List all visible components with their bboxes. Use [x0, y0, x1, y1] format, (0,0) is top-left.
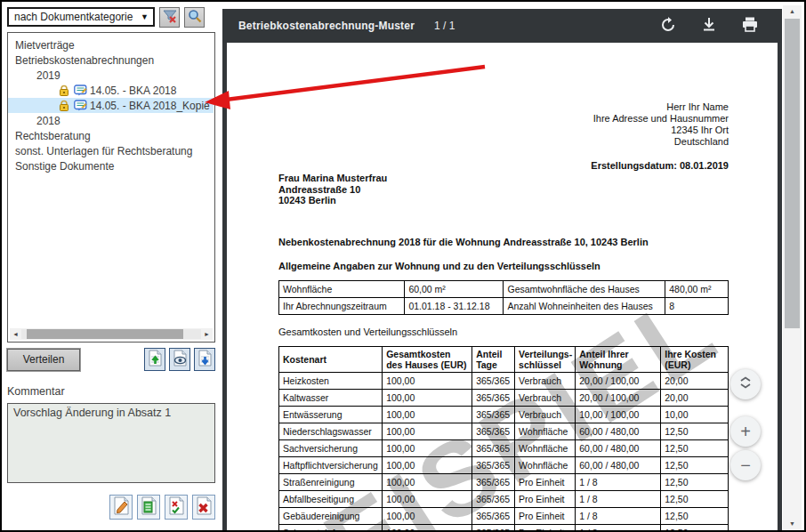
table-cell: 480,00 m² [665, 280, 729, 297]
print-button[interactable] [741, 17, 759, 35]
table-cell: 365/365 [472, 372, 515, 389]
column-header: Kostenart [279, 346, 383, 372]
scroll-right-icon[interactable]: ► [201, 331, 213, 337]
table-cell: 365/365 [472, 389, 515, 406]
table-cell: Gesamtwohnfläche des Hauses [504, 280, 665, 297]
zoom-in-button[interactable]: + [730, 416, 761, 447]
table-cell: 1 / 8 [576, 490, 661, 507]
tree-item-5[interactable]: 2018 [8, 113, 64, 128]
sender-address: Frau Marina Musterfrau Andreasstraße 10 … [278, 173, 729, 206]
tree-item-4[interactable]: 14.05. - BKA 2018_Kopie [8, 98, 214, 113]
table-row: Heizkosten100,00365/365Verbrauch20,00 / … [279, 372, 729, 389]
column-header: Verteilungs­schlüssel [515, 346, 576, 372]
verteilen-button[interactable]: Verteilen [7, 349, 80, 371]
filter-button[interactable] [159, 7, 180, 28]
section2-heading: Gesamtkosten und Verteilungsschlüsseln [278, 326, 729, 337]
page-indicator: 1 / 1 [434, 20, 455, 32]
table-cell: 100,00 [383, 473, 472, 490]
table-cell: Entwässerung [279, 406, 383, 423]
tree-item-2[interactable]: 2019 [8, 68, 64, 83]
zoom-out-button[interactable]: − [730, 450, 761, 480]
table-cell: 12,50 [661, 490, 729, 507]
approve-reject-button[interactable] [165, 495, 188, 520]
table-cell: Heizkosten [279, 372, 383, 389]
table-cell: Wohnfläche [515, 456, 576, 473]
checkin-document-button[interactable] [144, 348, 165, 371]
table-cell: 100,00 [383, 524, 472, 530]
checkout-document-button[interactable] [194, 348, 215, 371]
table-cell: 1 / 8 [576, 507, 661, 524]
edit-document-button[interactable] [109, 495, 133, 520]
fit-page-button[interactable] [730, 369, 761, 399]
delete-document-icon [196, 496, 213, 518]
table-cell: Verbrauch [515, 389, 576, 406]
category-dropdown[interactable]: nach Dokumentkategorie ▼ [7, 7, 155, 27]
tree-scrollbar-thumb[interactable] [27, 329, 183, 339]
tree-item-label: Betriebskostenabrechnungen [15, 54, 154, 67]
table-cell: 20,00 / 100,00 [576, 372, 661, 389]
table-row: Wohnfläche60,00 m²Gesamtwohnfläche des H… [279, 280, 729, 297]
tree-horizontal-scrollbar[interactable]: ◄ ► [10, 328, 213, 340]
tree-item-label: 2019 [36, 69, 60, 82]
table-cell: 100,00 [383, 406, 472, 423]
scroll-left-icon[interactable]: ◄ [10, 331, 21, 337]
table-cell: Abfallbeseitigung [279, 490, 383, 507]
tree-item-0[interactable]: Mietverträge [8, 37, 78, 52]
table-cell: 20,00 / 100,00 [576, 389, 661, 406]
table-cell: Wohnfläche [279, 280, 405, 297]
checkin-document-icon [148, 350, 163, 369]
recipient-address: Herr Ihr Name Ihre Adresse und Hausnumme… [278, 101, 729, 148]
tree-item-8[interactable]: Sonstige Dokumente [8, 158, 117, 173]
table-row: Kaltwasser100,00365/365Verbrauch20,00 / … [279, 389, 729, 406]
table-cell: 12,50 [661, 423, 729, 439]
kommentar-label: Kommentar [7, 385, 215, 398]
tree-item-6[interactable]: Rechtsberatung [8, 128, 94, 143]
tree-item-label: Rechtsberatung [15, 130, 91, 142]
print-icon [742, 17, 758, 35]
view-document-button[interactable] [169, 348, 190, 371]
column-header: Ihre Kosten (EUR) [661, 346, 729, 372]
table-cell: Pro Einheit [515, 473, 576, 490]
table-cell: 12,50 [661, 524, 729, 530]
table-cell: 365/365 [472, 423, 515, 439]
tree-item-3[interactable]: 14.05. - BKA 2018 [8, 83, 180, 98]
tree-item-1[interactable]: Betriebskostenabrechnungen [8, 52, 157, 68]
creation-date: Erstellungsdatum: 08.01.2019 [278, 160, 729, 171]
info-table: Wohnfläche60,00 m²Gesamtwohnfläche des H… [278, 280, 729, 315]
table-cell: 60,00 / 480,00 [576, 439, 661, 456]
tree-item-label: sonst. Unterlagen für Rechtsberatung [15, 145, 192, 157]
pdf-title: Betriebkostenabrechnung-Muster [238, 20, 415, 32]
scroll-up-icon[interactable]: ▲ [783, 5, 802, 18]
table-row: Gebäudereinigung100,00365/365Pro Einheit… [279, 507, 729, 524]
rotate-button[interactable] [659, 17, 677, 35]
table-cell: 365/365 [472, 406, 515, 423]
table-cell: Gebäudereinigung [279, 507, 383, 524]
table-cell: 100,00 [383, 490, 472, 507]
tree-item-7[interactable]: sonst. Unterlagen für Rechtsberatung [8, 143, 196, 158]
delete-document-button[interactable] [192, 495, 215, 520]
table-cell: 100,00 [383, 507, 472, 524]
document-tree: MietverträgeBetriebskostenabrechnungen20… [7, 32, 215, 343]
rotate-icon [660, 17, 676, 36]
comment-textarea[interactable]: Vorschlag Änderung in Absatz 1 [7, 403, 215, 483]
tree-item-label: Sonstige Dokumente [15, 160, 114, 173]
table-cell: Anzahl Wohneinheiten des Hauses [504, 297, 665, 314]
vertical-scrollbar[interactable]: ▲ ▼ [783, 5, 802, 530]
table-cell: Straßenreinigung [279, 473, 383, 490]
table-row: Haftpflichtversicherung100,00365/365Wohn… [279, 456, 729, 473]
table-row: Sachversicherung100,00365/365Wohnfläche6… [279, 439, 729, 456]
table-cell: Wohnfläche [515, 439, 576, 456]
scrollbar-thumb[interactable] [785, 19, 800, 328]
pdf-page: BEISPIEL Herr Ihr Name Ihre Adresse und … [227, 43, 778, 530]
note-icon [74, 100, 87, 111]
table-row: Entwässerung100,00365/365Verbrauch10,00 … [279, 406, 729, 423]
scroll-down-icon[interactable]: ▼ [783, 518, 802, 530]
download-button[interactable] [700, 17, 718, 35]
table-cell: 100,00 [383, 439, 472, 456]
document-title: Nebenkostenabrechnung 2018 für die Wohnu… [278, 237, 729, 247]
search-button[interactable] [184, 7, 205, 28]
view-document-icon [173, 350, 188, 369]
tree-item-label: 2018 [36, 115, 60, 127]
document-properties-button[interactable] [137, 495, 160, 520]
table-cell: 8 [665, 297, 729, 314]
